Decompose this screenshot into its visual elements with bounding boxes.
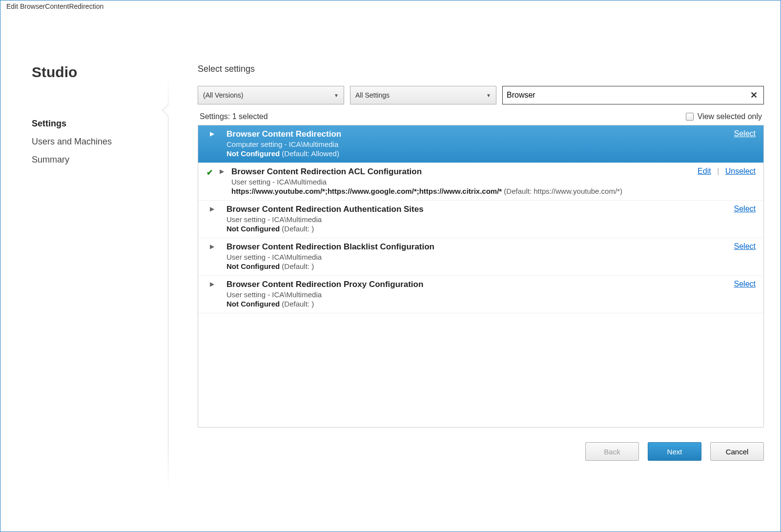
setting-actions: Edit | Unselect <box>698 167 756 176</box>
setting-body: Browser Content Redirection Blacklist Co… <box>226 242 757 270</box>
setting-title: Browser Content Redirection Proxy Config… <box>226 280 757 289</box>
setting-meta: User setting - ICA\Multimedia <box>226 215 757 224</box>
sidebar-divider <box>168 74 168 491</box>
setting-status-value: Not Configured <box>226 225 280 233</box>
chevron-down-icon: ▼ <box>334 93 339 98</box>
setting-status: Not Configured (Default: Allowed) <box>226 149 757 158</box>
setting-actions: Select <box>734 205 756 213</box>
setting-status: Not Configured (Default: ) <box>226 300 757 308</box>
setting-status-default: (Default: ) <box>280 262 314 270</box>
setting-status: https://www.youtube.com/*;https://www.go… <box>231 187 757 195</box>
setting-action-edit[interactable]: Edit <box>698 167 711 175</box>
check-icon: ✔ <box>205 168 214 177</box>
setting-meta: User setting - ICA\Multimedia <box>226 290 757 299</box>
setting-row[interactable]: ▶ Browser Content Redirection Computer s… <box>198 125 763 163</box>
expand-icon[interactable]: ▶ <box>210 281 217 287</box>
setting-status-value: Not Configured <box>226 149 280 158</box>
chevron-down-icon: ▼ <box>486 93 491 98</box>
brand-title: Studio <box>32 64 168 81</box>
settings-list[interactable]: ▶ Browser Content Redirection Computer s… <box>198 125 764 428</box>
settings-count-label: Settings: <box>200 112 230 121</box>
window-title: Edit BrowserContentRedirection <box>0 0 781 15</box>
setting-status-default: (Default: https://www.youtube.com/*) <box>502 187 622 195</box>
setting-status-value: https://www.youtube.com/*;https://www.go… <box>231 187 502 195</box>
filter-row: (All Versions) ▼ All Settings ▼ ✕ <box>198 86 764 104</box>
checkbox-icon <box>686 113 694 121</box>
setting-row[interactable]: ▶ Browser Content Redirection Blacklist … <box>198 238 763 276</box>
setting-status-value: Not Configured <box>226 300 280 308</box>
setting-action-select[interactable]: Select <box>734 242 756 250</box>
expand-icon[interactable]: ▶ <box>210 243 217 250</box>
setting-row[interactable]: ✔ ▶ Browser Content Redirection ACL Conf… <box>198 163 763 201</box>
status-row: Settings: 1 selected View selected only <box>198 112 764 121</box>
setting-actions: Select <box>734 242 756 251</box>
setting-status: Not Configured (Default: ) <box>226 262 757 270</box>
sidebar-item-summary[interactable]: Summary <box>32 151 168 169</box>
settings-count-value: 1 selected <box>232 112 268 121</box>
setting-action-select[interactable]: Select <box>734 205 756 213</box>
content-area: Studio Settings Users and Machines Summa… <box>0 15 781 532</box>
dialog-window: Edit BrowserContentRedirection Studio Se… <box>0 0 781 532</box>
setting-row[interactable]: ▶ Browser Content Redirection Proxy Conf… <box>198 276 763 313</box>
expand-icon[interactable]: ▶ <box>220 168 226 175</box>
version-dropdown-label: (All Versions) <box>203 91 243 99</box>
expand-icon[interactable]: ▶ <box>210 205 217 212</box>
setting-action-select[interactable]: Select <box>734 129 756 138</box>
next-button[interactable]: Next <box>648 442 701 461</box>
sidebar-item-settings[interactable]: Settings <box>32 115 168 133</box>
setting-title: Browser Content Redirection ACL Configur… <box>231 167 757 177</box>
action-separator: | <box>717 167 719 175</box>
setting-meta: Computer setting - ICA\Multimedia <box>226 140 757 148</box>
setting-body: Browser Content Redirection Computer set… <box>226 129 757 158</box>
search-box[interactable]: ✕ <box>502 86 764 104</box>
setting-actions: Select <box>734 280 756 288</box>
sidebar: Studio Settings Users and Machines Summa… <box>12 15 168 520</box>
setting-action-unselect[interactable]: Unselect <box>725 167 756 175</box>
setting-status-value: Not Configured <box>226 262 280 270</box>
cancel-button[interactable]: Cancel <box>710 442 764 461</box>
setting-title: Browser Content Redirection <box>226 129 757 139</box>
setting-meta: User setting - ICA\Multimedia <box>226 253 757 261</box>
setting-status: Not Configured (Default: ) <box>226 225 757 233</box>
button-row: Back Next Cancel <box>198 428 764 461</box>
main-panel: Select settings (All Versions) ▼ All Set… <box>168 15 769 520</box>
setting-status-default: (Default: ) <box>280 225 314 233</box>
clear-search-icon[interactable]: ✕ <box>748 90 760 101</box>
setting-body: Browser Content Redirection Proxy Config… <box>226 280 757 308</box>
settings-count: Settings: 1 selected <box>200 112 268 121</box>
setting-meta: User setting - ICA\Multimedia <box>231 178 757 186</box>
back-button[interactable]: Back <box>585 442 639 461</box>
setting-title: Browser Content Redirection Blacklist Co… <box>226 242 757 252</box>
search-input[interactable] <box>507 91 748 100</box>
scope-dropdown[interactable]: All Settings ▼ <box>350 86 496 104</box>
scope-dropdown-label: All Settings <box>355 91 390 99</box>
expand-icon[interactable]: ▶ <box>210 130 217 137</box>
version-dropdown[interactable]: (All Versions) ▼ <box>198 86 344 104</box>
setting-title: Browser Content Redirection Authenticati… <box>226 205 757 214</box>
setting-row[interactable]: ▶ Browser Content Redirection Authentica… <box>198 201 763 238</box>
setting-action-select[interactable]: Select <box>734 280 756 288</box>
setting-body: Browser Content Redirection Authenticati… <box>226 205 757 233</box>
section-title: Select settings <box>198 64 764 74</box>
setting-status-default: (Default: ) <box>280 300 314 308</box>
setting-body: Browser Content Redirection ACL Configur… <box>231 167 757 195</box>
sidebar-item-users-machines[interactable]: Users and Machines <box>32 133 168 151</box>
setting-status-default: (Default: Allowed) <box>280 149 339 158</box>
view-selected-only-label: View selected only <box>698 112 762 121</box>
view-selected-only-toggle[interactable]: View selected only <box>686 112 762 121</box>
